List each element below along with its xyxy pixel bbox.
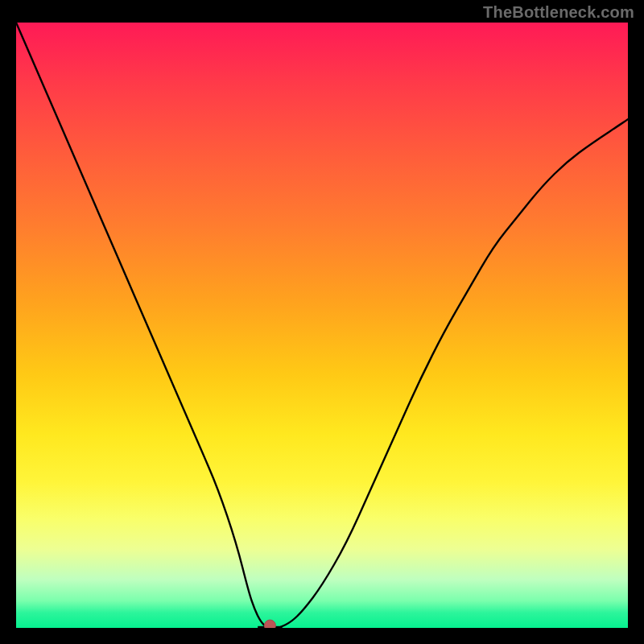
bottleneck-curve-path — [16, 23, 628, 628]
minimum-marker-dot — [264, 620, 275, 628]
bottleneck-curve-svg — [16, 23, 628, 628]
chart-stage: TheBottleneck.com — [0, 0, 644, 644]
watermark-label: TheBottleneck.com — [483, 3, 634, 22]
plot-area — [16, 23, 628, 628]
